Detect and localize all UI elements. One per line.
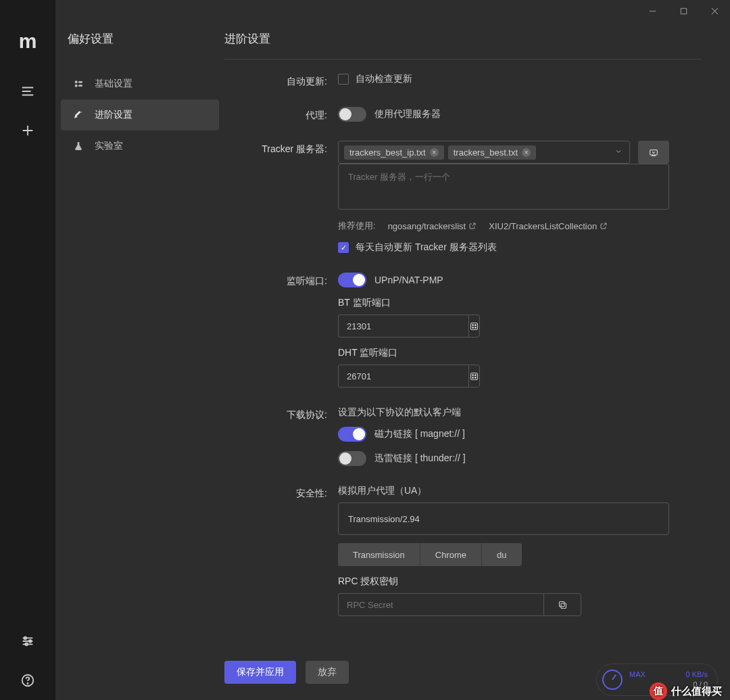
- window-controls: [637, 0, 730, 22]
- ua-label: 模拟用户代理（UA）: [338, 485, 669, 497]
- svg-rect-8: [78, 85, 82, 87]
- ua-preset-du[interactable]: du: [482, 543, 521, 566]
- bt-port-input[interactable]: [338, 314, 468, 337]
- sidebar-item-basic[interactable]: 基础设置: [61, 68, 219, 99]
- thunder-toggle[interactable]: [338, 451, 366, 466]
- svg-point-16: [472, 374, 474, 375]
- rail-help-button[interactable]: [0, 661, 55, 700]
- speed-widget[interactable]: MAX 0 KB/s 0 / 0: [596, 663, 718, 696]
- save-button[interactable]: 保存并应用: [224, 661, 296, 684]
- svg-rect-9: [650, 150, 658, 155]
- checkbox-box: [338, 242, 349, 253]
- sidebar-item-label: 进阶设置: [95, 109, 132, 121]
- speed-upload-value: 0 / 0: [686, 680, 708, 690]
- svg-rect-15: [471, 373, 478, 379]
- ua-preset-group: Transmission Chrome du: [338, 543, 522, 566]
- basic-icon: [73, 78, 84, 89]
- sync-icon: [648, 147, 659, 158]
- upnp-toggle[interactable]: [338, 273, 366, 287]
- svg-point-14: [472, 327, 474, 328]
- ua-preset-chrome[interactable]: Chrome: [420, 543, 482, 566]
- settings-form: 自动更新: 自动检查更新 代理: 使用代理服务器: [224, 73, 702, 616]
- auto-update-checkbox[interactable]: 自动检查更新: [338, 73, 412, 85]
- tracker-daily-update-checkbox[interactable]: 每天自动更新 Tracker 服务器列表: [338, 241, 497, 254]
- tracker-tag: trackers_best_ip.txt×: [344, 145, 444, 160]
- tracker-label: Tracker 服务器:: [224, 141, 338, 254]
- auto-update-label: 自动更新:: [224, 73, 338, 88]
- maximize-icon: [680, 7, 687, 15]
- tracker-select[interactable]: trackers_best_ip.txt× trackers_best.txt×: [338, 141, 630, 164]
- app-logo: m: [19, 30, 37, 53]
- close-icon: [711, 7, 719, 15]
- thunder-toggle-label: 迅雷链接 [ thunder:// ]: [374, 452, 466, 465]
- sidebar-title: 偏好设置: [55, 31, 224, 68]
- page-title: 进阶设置: [224, 31, 702, 60]
- protocol-desc: 设置为以下协议的默认客户端: [338, 406, 669, 419]
- window-maximize-button[interactable]: [668, 0, 699, 22]
- window-minimize-button[interactable]: [637, 0, 668, 22]
- rpc-secret-input[interactable]: [338, 593, 543, 616]
- tracker-tag: trackers_best.txt×: [448, 145, 536, 160]
- rail-settings-button[interactable]: [0, 622, 55, 661]
- speed-max-label: MAX: [629, 670, 646, 680]
- dht-port-input[interactable]: [338, 365, 468, 388]
- svg-rect-21: [559, 601, 564, 607]
- tracker-textarea[interactable]: [338, 164, 669, 210]
- external-link-icon: [468, 222, 477, 230]
- svg-rect-10: [471, 323, 478, 329]
- bt-port-random-button[interactable]: [468, 314, 480, 337]
- tracker-hint: 推荐使用: ngosang/trackerslist XIU2/Trackers…: [338, 220, 669, 232]
- tracker-sync-button[interactable]: [638, 141, 669, 164]
- dht-port-label: DHT 监听端口: [338, 347, 669, 359]
- tracker-hint-link[interactable]: XIU2/TrackersListCollection: [489, 221, 608, 231]
- svg-rect-22: [681, 8, 686, 14]
- tag-remove-icon[interactable]: ×: [522, 148, 531, 157]
- chevron-down-icon: [614, 147, 623, 158]
- svg-point-18: [475, 374, 477, 375]
- main-panel: 进阶设置 自动更新: 自动检查更新 代理: 使用代理服务器: [224, 0, 730, 700]
- tracker-hint-link[interactable]: ngosang/trackerslist: [388, 221, 477, 231]
- rpc-label: RPC 授权密钥: [338, 576, 669, 588]
- external-link-icon: [600, 222, 608, 230]
- minimize-icon: [649, 7, 656, 15]
- cancel-button[interactable]: 放弃: [306, 661, 349, 684]
- proxy-toggle[interactable]: [338, 107, 366, 122]
- proxy-toggle-label: 使用代理服务器: [374, 108, 441, 120]
- svg-point-13: [475, 324, 477, 325]
- plus-icon: [20, 123, 35, 138]
- dht-port-random-button[interactable]: [468, 365, 480, 388]
- sidebar-item-advanced[interactable]: 进阶设置: [61, 99, 219, 131]
- lab-icon: [73, 141, 84, 151]
- magnet-toggle[interactable]: [338, 427, 366, 442]
- svg-rect-20: [561, 603, 566, 609]
- rpc-copy-button[interactable]: [543, 593, 581, 616]
- menu-icon: [20, 84, 35, 99]
- gauge-icon: [602, 670, 623, 690]
- proxy-label: 代理:: [224, 107, 338, 122]
- svg-point-11: [472, 324, 474, 325]
- svg-point-19: [472, 377, 474, 378]
- security-label: 安全性:: [224, 485, 338, 616]
- footer-actions: 保存并应用 放弃: [224, 661, 349, 684]
- dice-icon: [469, 321, 479, 331]
- nav-rail: m: [0, 0, 55, 700]
- checkbox-label: 自动检查更新: [356, 73, 412, 85]
- svg-point-4: [27, 683, 28, 684]
- rail-menu-button[interactable]: [0, 72, 55, 111]
- preferences-sidebar: 偏好设置 基础设置 进阶设置 实验室: [55, 0, 224, 700]
- svg-point-17: [475, 377, 477, 378]
- ua-preset-transmission[interactable]: Transmission: [338, 543, 420, 566]
- copy-icon: [558, 600, 568, 610]
- upnp-toggle-label: UPnP/NAT-PMP: [374, 275, 443, 285]
- tag-remove-icon[interactable]: ×: [430, 148, 439, 157]
- sidebar-item-lab[interactable]: 实验室: [61, 131, 219, 162]
- svg-rect-6: [78, 81, 82, 83]
- help-icon: [20, 673, 35, 688]
- bt-port-label: BT 监听端口: [338, 297, 669, 309]
- magnet-toggle-label: 磁力链接 [ magnet:// ]: [374, 428, 465, 440]
- ua-input[interactable]: [338, 503, 669, 535]
- svg-point-5: [75, 80, 78, 83]
- rail-add-button[interactable]: [0, 111, 55, 150]
- checkbox-label: 每天自动更新 Tracker 服务器列表: [356, 241, 497, 254]
- window-close-button[interactable]: [699, 0, 730, 22]
